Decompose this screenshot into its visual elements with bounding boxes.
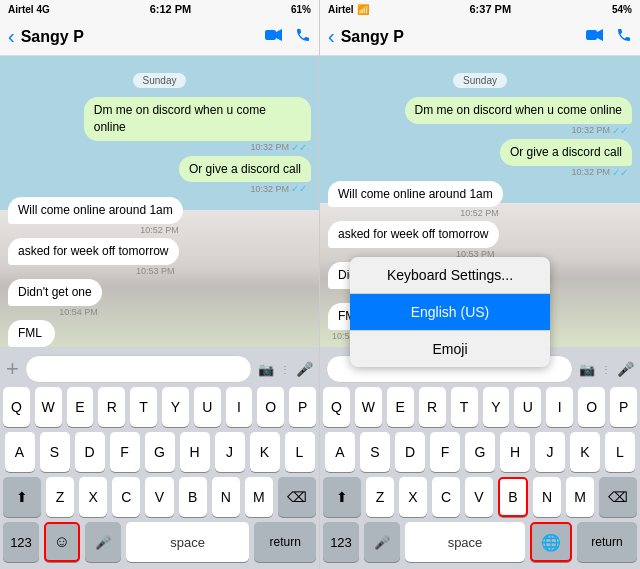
dropdown-keyboard-settings[interactable]: Keyboard Settings... <box>350 257 550 294</box>
r-key-globe[interactable]: 🌐 <box>530 522 572 562</box>
r-key-a[interactable]: A <box>325 432 355 472</box>
key-q[interactable]: Q <box>3 387 30 427</box>
r-key-z[interactable]: Z <box>366 477 394 517</box>
r-key-p[interactable]: P <box>610 387 637 427</box>
r-key-j[interactable]: J <box>535 432 565 472</box>
r-key-g[interactable]: G <box>465 432 495 472</box>
r-key-shift[interactable]: ⬆ <box>323 477 361 517</box>
r-key-o[interactable]: O <box>578 387 605 427</box>
r-key-v[interactable]: V <box>465 477 493 517</box>
r-key-k[interactable]: K <box>570 432 600 472</box>
left-carrier: Airtel <box>8 4 34 15</box>
key-h[interactable]: H <box>180 432 210 472</box>
left-keyboard: Q W E R T Y U I O P A S D F G H J K L <box>0 387 319 562</box>
r-key-n[interactable]: N <box>533 477 561 517</box>
r-msg-2-tick: ✓✓ <box>612 167 628 178</box>
key-i[interactable]: I <box>226 387 253 427</box>
r-key-e[interactable]: E <box>387 387 414 427</box>
key-space[interactable]: space <box>126 522 249 562</box>
right-video-icon[interactable] <box>586 28 604 46</box>
key-s[interactable]: S <box>40 432 70 472</box>
key-b[interactable]: B <box>179 477 207 517</box>
r-key-m[interactable]: M <box>566 477 594 517</box>
key-o[interactable]: O <box>257 387 284 427</box>
r-key-q[interactable]: Q <box>323 387 350 427</box>
r-key-return[interactable]: return <box>577 522 637 562</box>
r-key-u[interactable]: U <box>514 387 541 427</box>
key-l[interactable]: L <box>285 432 315 472</box>
msg-4: asked for week off tomorrow 10:53 PM <box>8 238 179 276</box>
right-battery: 54% <box>612 4 632 15</box>
msg-1-bubble: Dm me on discord when u come online <box>84 97 311 141</box>
key-p[interactable]: P <box>289 387 316 427</box>
key-u[interactable]: U <box>194 387 221 427</box>
left-header-icons <box>265 27 311 47</box>
r-key-f[interactable]: F <box>430 432 460 472</box>
key-backspace[interactable]: ⌫ <box>278 477 316 517</box>
key-k[interactable]: K <box>250 432 280 472</box>
msg-2-bubble: Or give a discord call <box>179 156 311 183</box>
key-j[interactable]: J <box>215 432 245 472</box>
left-input-field[interactable] <box>25 355 252 383</box>
key-return[interactable]: return <box>254 522 316 562</box>
left-mic-icon[interactable]: 🎤 <box>296 361 313 377</box>
left-back-button[interactable]: ‹ <box>8 25 15 48</box>
r-key-h[interactable]: H <box>500 432 530 472</box>
key-emoji[interactable]: ☺ <box>44 522 80 562</box>
r-key-i[interactable]: I <box>546 387 573 427</box>
key-g[interactable]: G <box>145 432 175 472</box>
key-c[interactable]: C <box>112 477 140 517</box>
right-back-button[interactable]: ‹ <box>328 25 335 48</box>
key-y[interactable]: Y <box>162 387 189 427</box>
r-key-c[interactable]: C <box>432 477 460 517</box>
left-video-icon[interactable] <box>265 28 283 46</box>
r-msg-1: Dm me on discord when u come online 10:3… <box>405 97 632 136</box>
dropdown-english-us[interactable]: English (US) <box>350 294 550 331</box>
r-key-s[interactable]: S <box>360 432 390 472</box>
key-shift[interactable]: ⬆ <box>3 477 41 517</box>
key-t[interactable]: T <box>130 387 157 427</box>
left-dots-icon[interactable]: ⋮ <box>280 364 290 375</box>
key-m[interactable]: M <box>245 477 273 517</box>
left-camera-icon[interactable]: 📷 <box>258 362 274 377</box>
key-f[interactable]: F <box>110 432 140 472</box>
right-call-icon[interactable] <box>616 27 632 47</box>
key-a[interactable]: A <box>5 432 35 472</box>
right-mic-toolbar-icon[interactable]: 🎤 <box>617 361 634 377</box>
right-camera-icon[interactable]: 📷 <box>579 362 595 377</box>
left-plus-button[interactable]: + <box>6 356 19 382</box>
msg-1: Dm me on discord when u come online 10:3… <box>84 97 311 153</box>
left-call-icon[interactable] <box>295 27 311 47</box>
msg-4-time: 10:53 PM <box>8 265 179 276</box>
key-e[interactable]: E <box>67 387 94 427</box>
key-w[interactable]: W <box>35 387 62 427</box>
r-msg-2-time: 10:32 PM✓✓ <box>500 166 632 178</box>
r-key-r[interactable]: R <box>419 387 446 427</box>
r-key-mic[interactable]: 🎤 <box>364 522 400 562</box>
svg-marker-1 <box>276 29 282 41</box>
right-dots-icon[interactable]: ⋮ <box>601 364 611 375</box>
keyboard-dropdown-menu[interactable]: Keyboard Settings... English (US) Emoji <box>350 257 550 367</box>
key-v[interactable]: V <box>145 477 173 517</box>
key-n[interactable]: N <box>212 477 240 517</box>
r-key-backspace[interactable]: ⌫ <box>599 477 637 517</box>
r-key-x[interactable]: X <box>399 477 427 517</box>
right-header-icons <box>586 27 632 47</box>
left-network: 4G <box>37 4 50 15</box>
key-z[interactable]: Z <box>46 477 74 517</box>
r-key-numbers[interactable]: 123 <box>323 522 359 562</box>
r-key-y[interactable]: Y <box>483 387 510 427</box>
r-key-t[interactable]: T <box>451 387 478 427</box>
key-mic-bottom[interactable]: 🎤 <box>85 522 121 562</box>
r-key-l[interactable]: L <box>605 432 635 472</box>
key-r[interactable]: R <box>98 387 125 427</box>
key-x[interactable]: X <box>79 477 107 517</box>
r-key-b[interactable]: B <box>498 477 528 517</box>
r-msg-1-time: 10:32 PM✓✓ <box>405 124 632 136</box>
r-key-d[interactable]: D <box>395 432 425 472</box>
dropdown-emoji[interactable]: Emoji <box>350 331 550 367</box>
key-d[interactable]: D <box>75 432 105 472</box>
r-key-space[interactable]: space <box>405 522 525 562</box>
r-key-w[interactable]: W <box>355 387 382 427</box>
key-numbers[interactable]: 123 <box>3 522 39 562</box>
